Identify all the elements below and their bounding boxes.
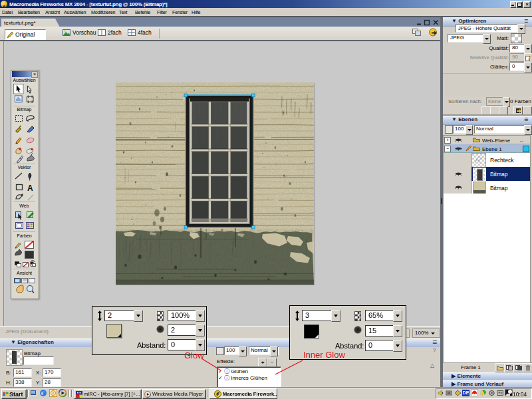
svg-text:e: e bbox=[41, 390, 44, 396]
svg-text:A: A bbox=[27, 184, 33, 193]
